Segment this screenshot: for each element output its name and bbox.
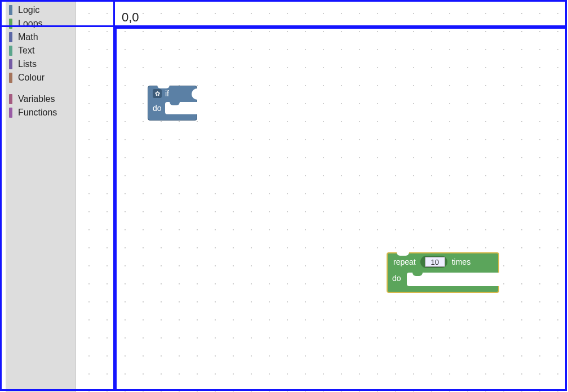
toolbox-item-text[interactable]: Text <box>6 44 75 57</box>
toolbox-item-functions[interactable]: Functions <box>6 106 75 119</box>
do-label: do <box>392 274 401 283</box>
if-label: if <box>165 89 169 98</box>
if-block[interactable]: ✿ if do <box>148 86 197 121</box>
block-notch-icon <box>157 85 170 88</box>
gear-icon[interactable]: ✿ <box>153 89 162 98</box>
toolbox-item-label: Math <box>18 32 38 42</box>
toolbox-item-label: Functions <box>18 108 57 118</box>
do-label: do <box>153 104 162 113</box>
swatch-icon <box>9 5 12 15</box>
debug-origin-label: 0,0 <box>122 10 139 25</box>
repeat-label: repeat <box>393 257 416 266</box>
app-root: Logic Loops Math Text Lists Colour Varia… <box>0 0 568 392</box>
times-label: times <box>452 257 471 266</box>
toolbox-item-label: Variables <box>18 94 55 104</box>
toolbox-item-lists[interactable]: Lists <box>6 57 75 71</box>
swatch-icon <box>9 46 12 56</box>
swatch-icon <box>9 32 12 42</box>
toolbox: Logic Loops Math Text Lists Colour Varia… <box>6 0 76 392</box>
repeat-count-input[interactable] <box>425 257 445 267</box>
toolbox-item-label: Loops <box>18 19 43 29</box>
swatch-icon <box>9 108 12 118</box>
toolbox-item-variables[interactable]: Variables <box>6 92 75 106</box>
toolbox-item-math[interactable]: Math <box>6 30 75 44</box>
workspace[interactable] <box>76 0 568 392</box>
toolbox-item-label: Text <box>18 46 34 56</box>
toolbox-item-loops[interactable]: Loops <box>6 17 75 30</box>
swatch-icon <box>9 59 12 69</box>
number-socket[interactable] <box>420 256 447 268</box>
toolbox-item-colour[interactable]: Colour <box>6 71 75 84</box>
toolbox-item-logic[interactable]: Logic <box>6 3 75 17</box>
block-notch-icon <box>397 252 409 256</box>
toolbox-item-label: Colour <box>18 73 45 83</box>
swatch-icon <box>9 73 12 83</box>
toolbox-item-label: Lists <box>18 59 37 69</box>
swatch-icon <box>9 19 12 29</box>
repeat-block[interactable]: repeat times do <box>387 252 499 293</box>
toolbox-divider <box>6 84 75 92</box>
swatch-icon <box>9 94 12 104</box>
toolbox-item-label: Logic <box>18 5 39 15</box>
